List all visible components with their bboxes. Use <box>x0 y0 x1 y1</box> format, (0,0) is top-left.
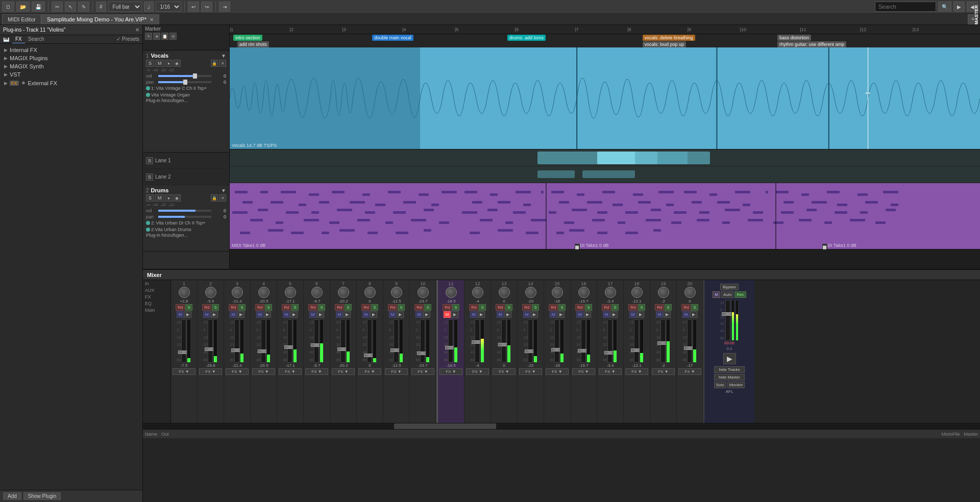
tab-close-btn[interactable]: ✕ <box>150 17 154 22</box>
ch-fx-btn-7[interactable]: FX ▼ <box>332 368 354 375</box>
ch-s-btn-8[interactable]: S <box>371 304 378 311</box>
ch-fader-15[interactable] <box>554 319 559 363</box>
ch-fader-4[interactable] <box>261 319 266 363</box>
ch-s-btn-14[interactable]: S <box>532 304 538 311</box>
marker-bass-dist[interactable]: bass distortion <box>777 35 811 41</box>
ch-fader-16[interactable] <box>581 319 586 363</box>
ch-m-btn-6[interactable]: M <box>309 311 317 318</box>
ch-play-btn-7[interactable]: ▶ <box>344 311 351 318</box>
marker-icon-4[interactable]: ⊘ <box>169 33 177 40</box>
ch-play-btn-2[interactable]: ▶ <box>211 311 218 318</box>
vocals-arrow[interactable]: ▼ <box>221 53 226 59</box>
ch-rd-btn-14[interactable]: Rd <box>522 304 531 311</box>
ch-fx-btn-2[interactable]: FX ▼ <box>199 368 222 375</box>
vocals-pan-slider[interactable] <box>158 81 211 83</box>
resize-cursor[interactable]: ↔ <box>864 88 872 97</box>
drums-lock-btn[interactable]: 🔒 <box>211 194 218 202</box>
ch-m-btn-7[interactable]: M <box>336 311 344 318</box>
ch-m-btn-9[interactable]: M <box>389 311 397 318</box>
ch-fader-12[interactable] <box>475 319 480 363</box>
vocals-vol-slider[interactable] <box>158 75 211 77</box>
ch-fader-19[interactable] <box>660 319 666 363</box>
ch-play-btn-6[interactable]: ▶ <box>317 311 324 318</box>
ch-m-btn-15[interactable]: M <box>550 311 557 318</box>
search-btn[interactable]: 🔍 <box>938 2 951 12</box>
drums-solo-btn[interactable]: S <box>146 194 154 202</box>
marker-icon-2[interactable]: ⊕ <box>153 33 160 40</box>
ch-play-btn-8[interactable]: ▶ <box>370 311 377 318</box>
ch-m-btn-18[interactable]: M <box>629 311 637 318</box>
pan-thumb[interactable] <box>183 80 187 85</box>
marker-drums-toms[interactable]: drums: add toms <box>507 35 546 41</box>
ch-pan-12[interactable] <box>472 287 483 298</box>
ch-fader-3[interactable] <box>234 319 239 363</box>
ch-rd-btn-15[interactable]: Rd <box>549 304 558 311</box>
show-plugin-btn[interactable]: Show Plugin <box>23 492 61 500</box>
ch-s-btn-4[interactable]: S <box>265 304 272 311</box>
ch-m-btn-16[interactable]: M <box>576 311 584 318</box>
ch-rd-btn-12[interactable]: Rd <box>469 304 478 311</box>
ch-play-btn-15[interactable]: ▶ <box>557 311 565 318</box>
ch-fader-7[interactable] <box>340 319 346 363</box>
ch-play-btn-16[interactable]: ▶ <box>584 311 591 318</box>
ch-fx-btn-13[interactable]: FX ▼ <box>493 368 515 375</box>
ch-rd-btn-4[interactable]: Rd <box>255 304 264 311</box>
ch-rd-btn-19[interactable]: Rd <box>655 304 664 311</box>
ch-s-btn-10[interactable]: S <box>424 304 431 311</box>
ch-play-btn-12[interactable]: ▶ <box>478 311 485 318</box>
vocals-monitor-btn[interactable]: ◉ <box>174 60 181 67</box>
master-auto-btn[interactable]: Auto <box>721 291 733 298</box>
drums-pan-slider[interactable] <box>158 216 211 218</box>
ch-fx-btn-8[interactable]: FX ▼ <box>358 368 381 375</box>
ch-s-btn-13[interactable]: S <box>505 304 512 311</box>
marker-vocal[interactable]: double main vocal <box>372 35 413 41</box>
ch-fx-btn-17[interactable]: FX ▼ <box>599 368 621 375</box>
marker-rim[interactable]: add rim shots <box>237 41 269 47</box>
ch-pan-18[interactable] <box>631 287 643 298</box>
ch-m-btn-2[interactable]: M <box>203 311 211 318</box>
ch-play-btn-19[interactable]: ▶ <box>664 311 671 318</box>
ch-fader-9[interactable] <box>394 319 399 363</box>
ch-play-btn-9[interactable]: ▶ <box>397 311 404 318</box>
ch-rd-btn-9[interactable]: Rd <box>388 304 397 311</box>
ch-fx-btn-18[interactable]: FX ▼ <box>625 368 648 375</box>
ch-fader-11[interactable] <box>448 319 453 363</box>
save-btn[interactable]: 💾 <box>32 2 45 12</box>
ch-fx-btn-5[interactable]: FX ▼ <box>279 368 301 375</box>
vocals-rec-btn[interactable]: ● <box>165 60 173 67</box>
ch-play-btn-5[interactable]: ▶ <box>290 311 298 318</box>
zoom-mode-select[interactable]: Full bar Half bar <box>108 2 142 12</box>
ch-fx-btn-11[interactable]: FX ▼ <box>439 368 462 375</box>
ch-rd-btn-5[interactable]: Rd <box>282 304 291 311</box>
ch-fader-18[interactable] <box>634 319 639 363</box>
solo-btn[interactable]: Solo <box>714 382 726 388</box>
ch-s-btn-2[interactable]: S <box>212 304 218 311</box>
master-fader[interactable] <box>725 300 730 341</box>
vol-thumb[interactable] <box>193 73 197 79</box>
ch-rd-btn-6[interactable]: Rd <box>308 304 317 311</box>
ch-m-btn-1[interactable]: M <box>177 311 184 318</box>
ch-rd-btn-11[interactable]: Rd <box>443 304 452 311</box>
master-m-btn[interactable]: M <box>713 291 720 298</box>
ch-play-btn-18[interactable]: ▶ <box>637 311 644 318</box>
ch-m-btn-17[interactable]: M <box>603 311 610 318</box>
ch-rd-btn-18[interactable]: Rd <box>628 304 638 311</box>
ch-rd-btn-1[interactable]: Rd <box>176 304 185 311</box>
ch-pan-4[interactable] <box>258 287 270 298</box>
ch-m-btn-14[interactable]: M <box>523 311 531 318</box>
add-plugin-btn[interactable]: Add <box>3 492 21 500</box>
lane2-s-btn[interactable]: S <box>146 173 153 181</box>
bypass-btn[interactable]: Bypass <box>720 284 739 290</box>
drums-resize-handle-2[interactable]: ◼ <box>822 244 827 249</box>
ch-rd-btn-8[interactable]: Rd <box>361 304 371 311</box>
ch-pan-3[interactable] <box>232 287 243 298</box>
ch-fader-5[interactable] <box>287 319 292 363</box>
ch-m-btn-5[interactable]: M <box>283 311 290 318</box>
lane1-s-btn[interactable]: S <box>146 157 153 164</box>
ch-rd-btn-16[interactable]: Rd <box>575 304 584 311</box>
ch-pan-5[interactable] <box>285 287 296 298</box>
ch-rd-btn-17[interactable]: Rd <box>602 304 611 311</box>
ch-fader-13[interactable] <box>501 319 506 363</box>
select-btn[interactable]: ↖ <box>65 2 76 12</box>
ch-pan-14[interactable] <box>525 287 536 298</box>
